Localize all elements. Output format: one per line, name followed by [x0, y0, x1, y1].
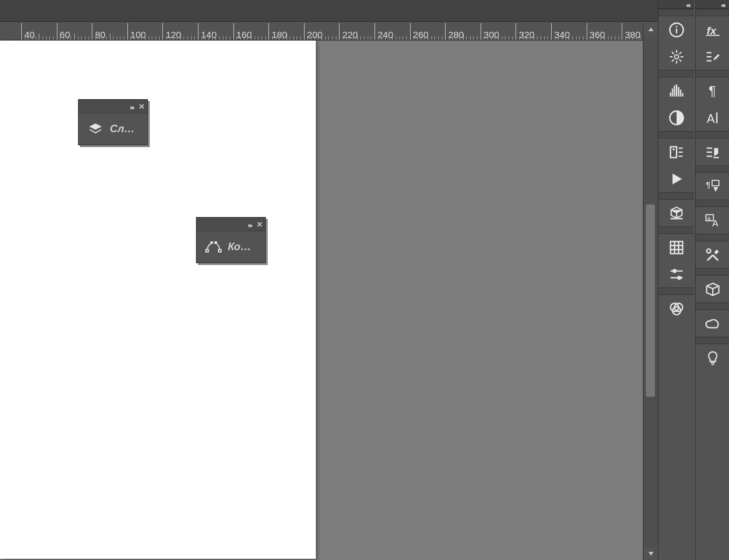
ruler-minor-tick	[307, 36, 308, 40]
ruler-minor-tick	[99, 36, 100, 40]
styles-list-icon	[705, 144, 721, 160]
panel-header[interactable]: ✕	[79, 100, 147, 113]
contrast-panel-button[interactable]	[658, 104, 694, 131]
ruler-tick: 60	[57, 23, 57, 41]
cube-icon	[705, 281, 721, 297]
ruler-minor-tick	[219, 36, 220, 40]
svg-point-27	[672, 269, 677, 273]
cc-libraries-button[interactable]	[696, 310, 729, 337]
brush-settings-button[interactable]	[696, 43, 729, 70]
ruler-minor-tick	[406, 36, 407, 40]
ruler-minor-tick	[640, 34, 640, 40]
ruler-minor-tick	[604, 34, 605, 40]
ruler-minor-tick	[272, 36, 273, 40]
adjustments-panel-button[interactable]	[658, 261, 694, 287]
ruler-minor-tick	[428, 34, 428, 40]
tools-button[interactable]	[696, 241, 729, 268]
svg-line-14	[679, 52, 681, 54]
grid-panel-button[interactable]	[658, 234, 694, 261]
hints-button[interactable]	[696, 344, 729, 371]
clone-source-button[interactable]: ¶	[696, 173, 729, 200]
document-page[interactable]	[0, 41, 316, 559]
ruler-minor-tick	[138, 36, 139, 40]
scroll-down-arrow-icon[interactable]	[643, 548, 658, 560]
play-panel-button[interactable]	[658, 165, 694, 192]
svg-point-48	[707, 249, 711, 253]
styles-list-button[interactable]	[696, 138, 729, 165]
navigator-icon	[668, 49, 685, 65]
ruler-minor-tick	[463, 34, 464, 40]
info-panel-button[interactable]	[658, 16, 694, 43]
ruler-minor-tick	[85, 36, 86, 40]
ruler-minor-tick	[615, 36, 615, 40]
ruler-minor-tick	[336, 36, 336, 40]
horizontal-ruler[interactable]: 4060801001201401601802002202402602803003…	[0, 23, 643, 41]
ruler-minor-tick	[632, 36, 633, 40]
close-icon[interactable]: ✕	[257, 220, 263, 229]
svg-rect-49	[710, 362, 715, 363]
panel-header[interactable]: ✕	[197, 218, 265, 231]
ruler-minor-tick	[424, 36, 424, 40]
character-panel-button[interactable]: A	[696, 104, 729, 131]
paths-panel[interactable]: ✕ Ко…	[196, 217, 266, 263]
ruler-minor-tick	[629, 36, 630, 40]
ruler-minor-tick	[576, 36, 577, 40]
ruler-minor-tick	[487, 36, 488, 40]
scroll-up-arrow-icon[interactable]	[643, 23, 658, 36]
options-bar	[0, 0, 658, 22]
ruler-minor-tick	[42, 36, 43, 40]
dock-collapse-button[interactable]	[696, 0, 729, 9]
ruler-minor-tick	[526, 36, 527, 40]
ruler-minor-tick	[202, 36, 202, 40]
ruler-minor-tick	[442, 36, 443, 40]
ruler-minor-tick	[117, 36, 117, 40]
vertical-scrollbar[interactable]	[643, 23, 658, 560]
contrast-icon	[668, 110, 685, 126]
play-icon	[668, 171, 685, 187]
ruler-minor-tick	[134, 36, 135, 40]
ruler-minor-tick	[537, 36, 537, 40]
collapse-icon[interactable]	[248, 220, 253, 229]
ruler-minor-tick	[46, 36, 47, 40]
paragraph-panel-button[interactable]: ¶	[696, 77, 729, 104]
layers-icon	[87, 121, 104, 137]
layers-panel[interactable]: ✕ Сл…	[78, 99, 148, 145]
svg-text:fx: fx	[707, 24, 717, 36]
collapse-icon[interactable]	[130, 102, 135, 112]
ruler-minor-tick	[64, 36, 64, 40]
cube-button[interactable]	[696, 276, 729, 302]
ruler-minor-tick	[346, 36, 347, 40]
dock-collapse-button[interactable]	[658, 0, 694, 9]
svg-rect-1	[218, 249, 221, 252]
navigator-panel-button[interactable]	[658, 43, 694, 70]
ruler-minor-tick	[625, 36, 626, 40]
ruler-minor-tick	[353, 36, 354, 40]
fx-panel-button[interactable]: fx	[696, 16, 729, 43]
svg-rect-6	[675, 26, 677, 27]
svg-text:A: A	[707, 111, 715, 125]
histogram-panel-button[interactable]	[658, 77, 694, 104]
3d-panel-button[interactable]	[658, 200, 694, 226]
ruler-tick-label: 80	[95, 29, 105, 40]
ruler-tick: 300	[481, 23, 481, 41]
ruler-minor-tick	[389, 36, 389, 40]
histogram-icon	[668, 83, 685, 99]
panel-separator	[696, 337, 729, 344]
ruler-minor-tick	[449, 36, 449, 40]
ruler-minor-tick	[155, 36, 156, 40]
scrollbar-thumb[interactable]	[645, 204, 655, 397]
close-icon[interactable]: ✕	[139, 102, 145, 111]
ruler-minor-tick	[505, 36, 506, 40]
actions-panel-button[interactable]	[658, 138, 694, 165]
ruler-minor-tick	[541, 36, 541, 40]
ruler-minor-tick	[223, 36, 223, 40]
ruler-minor-tick	[36, 36, 36, 40]
ruler-tick: 100	[127, 23, 128, 41]
ruler-minor-tick	[255, 36, 255, 40]
channels-panel-button[interactable]	[658, 295, 694, 322]
character-style-button[interactable]: aA	[696, 207, 729, 234]
ruler-minor-tick	[456, 36, 456, 40]
scrollbar-track[interactable]	[643, 36, 658, 548]
ruler-minor-tick	[562, 36, 562, 40]
panel-separator	[696, 234, 729, 241]
